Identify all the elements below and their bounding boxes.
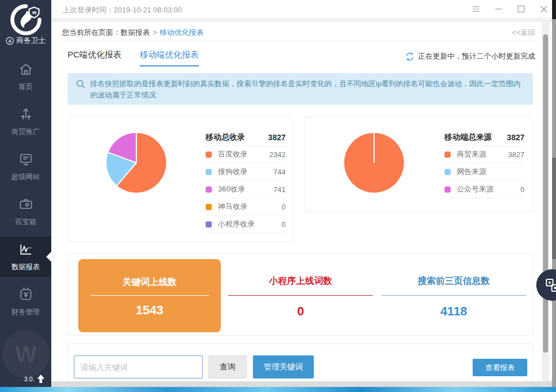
stat-divider xyxy=(91,295,209,296)
pie-slice-divider xyxy=(117,162,137,186)
stat-label: 搜索前三页信息数 xyxy=(381,275,526,287)
website-icon xyxy=(18,152,34,167)
sidebar: w A 商务卫士 首页 xyxy=(0,0,51,387)
notice-text: 排名快照抓取的是报表更新时刻的真实数据，搜索引擎的排名是实时变化的，且不同地区i… xyxy=(90,78,523,101)
legend-header: 移动端总来源 3827 xyxy=(444,129,524,146)
legend-value: 3827 xyxy=(508,150,524,159)
toolbox-icon xyxy=(18,197,34,212)
stat-miniprogram-words[interactable]: 小程序上线词数 0 xyxy=(228,275,373,319)
update-status: 正在更新中，预计二个小时更新完成 xyxy=(405,51,535,61)
sidebar-item-label: 百宝箱 xyxy=(15,217,37,227)
divider xyxy=(62,41,536,41)
stat-label: 关键词上线数 xyxy=(78,277,221,288)
stat-keywords-online[interactable]: 关键词上线数 1543 xyxy=(78,259,221,332)
mobile-source-pie-chart[interactable] xyxy=(344,133,404,193)
upgrade-arrow-icon xyxy=(37,375,45,383)
sidebar-item-website[interactable]: 超级网站 xyxy=(0,144,51,189)
sidebar-item-label: 首页 xyxy=(19,82,33,92)
refresh-icon[interactable] xyxy=(405,52,415,61)
legend-swatch xyxy=(206,152,212,158)
minimize-button[interactable] xyxy=(495,5,502,13)
legend-value: 0 xyxy=(282,203,286,211)
window-bottom-edge xyxy=(51,381,552,387)
menu-icon[interactable] xyxy=(472,5,480,13)
close-button[interactable] xyxy=(540,5,548,13)
sidebar-item-label: 数据报表 xyxy=(12,262,40,272)
scrollbar-thumb[interactable] xyxy=(543,34,548,353)
app-logo-icon: w xyxy=(10,4,42,38)
report-tabs: PC端优化报表 移动端优化报表 xyxy=(68,50,199,66)
legend-item: 搜狗收录744 xyxy=(206,163,286,181)
promotion-icon xyxy=(18,106,34,122)
version-label: 3.0. xyxy=(24,376,34,382)
mobile-index-pie-chart[interactable] xyxy=(106,133,166,193)
sidebar-item-label: 超级网站 xyxy=(12,172,40,182)
legend-item: 360收录741 xyxy=(206,181,286,198)
report-icon xyxy=(18,242,34,257)
version-indicator[interactable]: 3.0. xyxy=(24,375,45,383)
legend-value: 0 xyxy=(521,185,524,194)
legend-value: 2342 xyxy=(269,150,286,159)
maximize-button[interactable] xyxy=(517,5,525,13)
home-icon xyxy=(18,61,34,77)
pie-slice-divider xyxy=(373,133,375,163)
svg-text:A: A xyxy=(8,38,11,43)
search-notice-icon xyxy=(76,79,86,89)
breadcrumb-current[interactable]: 移动优化报表 xyxy=(160,28,204,37)
mobile-index-chart-card: 移动总收录 3827 百度收录2342搜狗收录744360收录741神马收录0小… xyxy=(68,116,293,242)
sidebar-item-finance[interactable]: 财务管理 xyxy=(0,279,51,324)
legend-label: 公众号来源 xyxy=(457,184,493,194)
background-window-strip xyxy=(552,0,556,387)
sidebar-item-home[interactable]: 首页 xyxy=(0,54,51,99)
legend-label: 360收录 xyxy=(218,184,245,194)
legend-item: 商贸来源3827 xyxy=(444,146,524,163)
mobile-index-legend: 移动总收录 3827 百度收录2342搜狗收录744360收录741神马收录0小… xyxy=(206,129,286,233)
stat-divider xyxy=(381,295,526,296)
pie-slice-divider xyxy=(108,152,136,163)
sidebar-item-toolbox[interactable]: 百宝箱 xyxy=(0,189,51,234)
legend-swatch xyxy=(444,152,451,158)
legend-value: 0 xyxy=(282,220,286,229)
legend-label: 搜狗收录 xyxy=(218,167,247,177)
sidebar-item-reports[interactable]: 数据报表 xyxy=(0,237,51,277)
breadcrumb-section[interactable]: 数据报表 xyxy=(121,28,150,37)
stats-card: 关键词上线数 1543 小程序上线词数 0 搜索前三页信息数 4118 xyxy=(68,253,533,336)
sidebar-nav: 首页 商贸推广 超级网站 xyxy=(0,54,51,324)
legend-swatch xyxy=(206,169,212,175)
last-login-text: 上次登录时间：2019-10-21 08:03:00 xyxy=(63,5,182,15)
qr-code-icon xyxy=(545,278,556,293)
legend-item: 网告来源 xyxy=(444,163,524,181)
legend-label: 小程序收录 xyxy=(218,219,255,229)
finance-icon xyxy=(18,287,34,302)
titlebar: 上次登录时间：2019-10-21 08:03:00 xyxy=(51,0,552,18)
desktop: w A 商务卫士 首页 xyxy=(0,0,556,392)
legend-title: 移动端总来源 xyxy=(444,132,492,142)
window-controls xyxy=(472,0,548,18)
stat-top3-pages-info[interactable]: 搜索前三页信息数 4118 xyxy=(381,275,526,319)
sidebar-item-promotion[interactable]: 商贸推广 xyxy=(0,99,51,144)
stat-divider xyxy=(228,295,373,296)
brand: A 商务卫士 xyxy=(0,35,51,46)
legend-swatch xyxy=(206,204,212,210)
back-link[interactable]: <<返回 xyxy=(512,28,535,38)
legend-item: 小程序收录0 xyxy=(206,216,286,233)
tab-mobile-report[interactable]: 移动端优化报表 xyxy=(140,50,199,66)
tab-pc-report[interactable]: PC端优化报表 xyxy=(68,50,122,66)
stat-value: 4118 xyxy=(381,304,526,319)
legend-item: 神马收录0 xyxy=(206,198,286,216)
manage-keywords-button[interactable]: 管理关键词 xyxy=(253,355,314,378)
app-window: w A 商务卫士 首页 xyxy=(0,0,552,387)
legend-swatch xyxy=(444,169,451,175)
query-button[interactable]: 查询 xyxy=(208,355,247,378)
breadcrumb-prefix: 您当前所在页面： xyxy=(62,28,121,37)
legend-total: 3827 xyxy=(507,133,524,142)
main-content: 您当前所在页面：数据报表>移动优化报表 <<返回 PC端优化报表 移动端优化报表… xyxy=(51,22,542,381)
view-report-button[interactable]: 查看报表 xyxy=(473,359,527,376)
legend-item: 百度收录2342 xyxy=(206,146,286,163)
notice-banner: 排名快照抓取的是报表更新时刻的真实数据，搜索引擎的排名是实时变化的，且不同地区i… xyxy=(68,73,533,105)
brand-name: 商务卫士 xyxy=(16,35,46,46)
scrollbar[interactable] xyxy=(542,19,549,387)
keyword-input[interactable] xyxy=(74,355,203,378)
watermark-logo: W xyxy=(2,331,50,378)
stat-value: 1543 xyxy=(78,303,221,318)
